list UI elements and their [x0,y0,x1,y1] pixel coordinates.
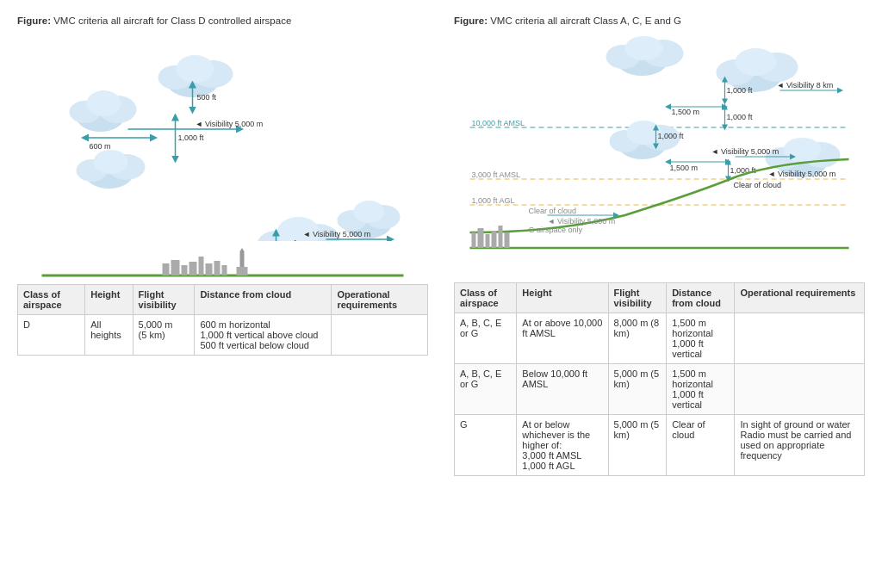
rcol-class: Class of airspace [455,283,517,313]
left-table: Class of airspace Height Flight visibili… [17,284,428,356]
svg-text:◄ Visibility 5,000 m: ◄ Visibility 5,000 m [548,217,616,226]
col-height: Height [85,285,133,315]
svg-text:◄ Visibility 5,000 m: ◄ Visibility 5,000 m [768,170,836,178]
svg-text:1,000 ft AGL: 1,000 ft AGL [472,196,515,205]
svg-rect-38 [189,262,197,275]
right-table: Class of airspace Height Flight visibili… [454,282,865,476]
left-panel: Figure: VMC criteria all aircraft for Cl… [17,15,428,476]
svg-text:500 ft: 500 ft [279,239,299,241]
svg-text:Clear of cloud: Clear of cloud [529,207,577,215]
svg-text:1,000 ft: 1,000 ft [727,113,754,121]
cloud-top-center [158,55,233,97]
table-cell-visibility: 8,000 m (8 km) [608,313,667,364]
right-diagram: 10,000 ft AMSL 3,000 ft AMSL 1,000 ft AG… [454,34,865,275]
svg-point-19 [94,150,128,174]
svg-rect-36 [171,260,180,275]
svg-text:◄ Visibility 8 km: ◄ Visibility 8 km [777,81,834,90]
cloud-middle-left [77,150,146,189]
svg-text:◄ Visibility 5,000 m: ◄ Visibility 5,000 m [303,230,371,238]
svg-text:G airspace only: G airspace only [529,226,583,234]
svg-rect-39 [199,257,204,275]
svg-rect-91 [499,226,503,248]
svg-point-55 [625,36,663,60]
table-row: GAt or below whichever is the higher of:… [455,415,865,476]
page-layout: Figure: VMC criteria all aircraft for Cl… [17,15,865,476]
svg-text:1,000 ft: 1,000 ft [178,133,205,142]
table-row: DAll heights5,000 m (5 km)600 m horizont… [18,315,428,356]
table-cell-operational [735,364,865,415]
table-cell-visibility: 5,000 m (5 km) [608,415,667,476]
svg-text:3,000 ft AMSL: 3,000 ft AMSL [472,170,521,179]
svg-rect-88 [478,228,484,248]
svg-rect-35 [163,263,170,275]
svg-text:Clear of cloud: Clear of cloud [734,181,782,189]
svg-rect-87 [472,232,476,248]
table-cell-operational [735,313,865,364]
svg-rect-92 [505,232,510,248]
svg-text:10,000 ft AMSL: 10,000 ft AMSL [472,119,525,127]
table-cell-distance: Clear of cloud [667,415,735,476]
svg-text:◄ Visibility 5,000 m: ◄ Visibility 5,000 m [711,147,780,156]
right-figure-title: Figure: VMC criteria all aircraft Class … [454,15,865,26]
left-diagram: 500 ft ◄ Visibility 5,000 m 600 m 1,000 … [17,34,428,241]
table-cell-distance: 1,500 m horizontal 1,000 ft vertical [667,313,735,364]
table-cell-class: D [18,315,85,356]
svg-rect-90 [492,231,497,248]
svg-marker-44 [240,248,245,251]
table-cell-distance: 600 m horizontal 1,000 ft vertical above… [195,315,332,356]
svg-point-27 [354,201,385,223]
svg-text:600 m: 600 m [90,142,111,151]
svg-point-3 [87,90,121,116]
svg-text:1,000 ft: 1,000 ft [727,86,754,95]
table-cell-operational [332,315,428,356]
left-skyline [17,248,428,279]
rcol-visibility: Flight visibility [608,283,667,313]
rcol-height: Height [517,283,608,313]
cloud-top-left [70,90,137,132]
svg-text:1,500 m: 1,500 m [672,108,700,116]
table-cell-height: All heights [85,315,133,356]
col-distance: Distance from cloud [195,285,332,315]
svg-point-59 [736,48,777,76]
col-operational: Operational requirements [332,285,428,315]
left-figure-title: Figure: VMC criteria all aircraft for Cl… [17,15,428,26]
svg-rect-37 [182,265,188,275]
svg-text:500 ft: 500 ft [197,93,217,102]
col-visibility: Flight visibility [133,285,195,315]
svg-rect-89 [486,234,490,248]
svg-rect-45 [237,267,248,275]
table-cell-class: G [455,415,517,476]
svg-point-7 [177,55,214,83]
svg-point-75 [784,138,822,162]
table-cell-class: A, B, C, E or G [455,364,517,415]
table-cell-height: At or above 10,000 ft AMSL [517,313,608,364]
table-cell-class: A, B, C, E or G [455,313,517,364]
rcol-distance: Distance from cloud [667,283,735,313]
table-row: A, B, C, E or GBelow 10,000 ft AMSL5,000… [455,364,865,415]
svg-text:◄ Visibility 5,000 m: ◄ Visibility 5,000 m [196,120,264,128]
table-cell-height: At or below whichever is the higher of: … [517,415,608,476]
col-class: Class of airspace [18,285,85,315]
svg-rect-40 [206,263,213,275]
table-cell-visibility: 5,000 m (5 km) [133,315,195,356]
table-cell-distance: 1,500 m horizontal 1,000 ft vertical [667,364,735,415]
svg-text:1,500 m: 1,500 m [670,164,699,172]
table-cell-operational: In sight of ground or water Radio must b… [735,415,865,476]
right-panel: Figure: VMC criteria all aircraft Class … [454,15,865,476]
rcol-operational: Operational requirements [735,283,865,313]
cloud-right-top-left [606,36,684,76]
table-row: A, B, C, E or GAt or above 10,000 ft AMS… [455,313,865,364]
svg-rect-41 [214,261,220,275]
table-cell-height: Below 10,000 ft AMSL [517,364,608,415]
table-cell-visibility: 5,000 m (5 km) [608,364,667,415]
svg-rect-42 [222,265,227,275]
svg-text:1,000 ft: 1,000 ft [658,132,685,140]
